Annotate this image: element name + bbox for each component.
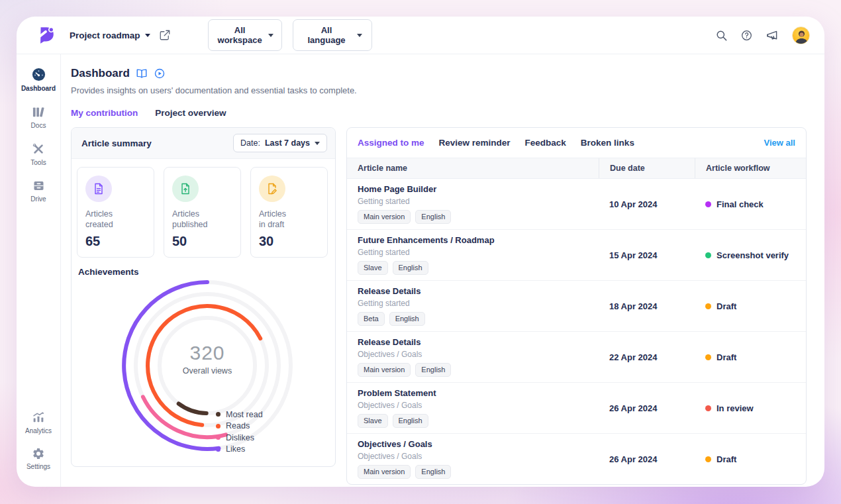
date-range-value: Last 7 days [265, 138, 310, 148]
language-selector[interactable]: All language [293, 19, 372, 51]
radial-chart-rings [77, 278, 330, 461]
search-icon [715, 29, 728, 42]
column-header-article-workflow: Article workflow [695, 158, 806, 178]
tag-chip: Slave [358, 261, 388, 275]
table-row[interactable]: Home Page Builder Getting started Main v… [347, 179, 806, 230]
workspace-selector[interactable]: All workspace [208, 19, 282, 51]
tasks-tab-broken-links[interactable]: Broken links [581, 138, 634, 148]
page-tabs: My contributionProject overview [71, 108, 807, 118]
table-row[interactable]: Future Enhancements / Roadmap Getting st… [347, 230, 806, 281]
legend-item-dislikes[interactable]: Dislikes [216, 432, 263, 444]
tag-chip: Main version [358, 210, 411, 224]
announcement-icon [766, 28, 779, 42]
docs-guide-button[interactable] [136, 68, 148, 79]
sidebar: DashboardDocsToolsDrive AnalyticsSetting… [17, 54, 61, 487]
analytics-icon [31, 410, 46, 425]
tab-project-overview[interactable]: Project overview [155, 108, 226, 118]
page-description: Provides insights on users' documentatio… [71, 85, 807, 95]
sidebar-item-analytics[interactable]: Analytics [17, 406, 60, 438]
article-category: Getting started [358, 299, 588, 308]
sidebar-item-docs[interactable]: Docs [17, 101, 60, 133]
chevron-down-icon [145, 34, 150, 37]
stat-label: Articlespublished [172, 209, 232, 230]
article-name: Future Enhancements / Roadmap [358, 235, 588, 246]
help-button[interactable] [740, 29, 753, 42]
legend-dot [216, 424, 221, 428]
article-tags: Main versionEnglish [358, 465, 588, 479]
article-name: Release Details [358, 286, 588, 297]
video-guide-button[interactable] [154, 68, 166, 79]
due-date: 26 Apr 2024 [599, 434, 695, 484]
workspace-selector-label: All workspace [218, 25, 262, 45]
tab-my-contribution[interactable]: My contribution [71, 108, 138, 118]
article-tags: Main versionEnglish [358, 210, 588, 224]
project-selector-label: Project roadmap [70, 30, 140, 40]
user-avatar[interactable] [792, 26, 810, 44]
sidebar-item-tools[interactable]: Tools [17, 138, 60, 170]
due-date: 18 Apr 2024 [599, 281, 695, 331]
app-window: Project roadmap All workspace All langua… [17, 17, 824, 487]
top-bar: Project roadmap All workspace All langua… [17, 17, 824, 54]
announcement-button[interactable] [766, 28, 779, 42]
chevron-down-icon [268, 34, 273, 37]
app-logo-icon [36, 25, 56, 45]
workflow-status: Final check [717, 199, 764, 209]
open-external-button[interactable] [159, 29, 171, 41]
legend-item-most-read[interactable]: Most read [216, 409, 263, 421]
tag-chip: Main version [358, 363, 411, 377]
tasks-tab-review-reminder[interactable]: Review reminder [439, 138, 511, 148]
sidebar-item-settings[interactable]: Settings [17, 443, 60, 474]
stat-label: Articlesin draft [259, 209, 319, 230]
legend-label: Most read [226, 410, 263, 419]
article-created-icon [85, 176, 112, 202]
stat-card-articles-in-draft: Articlesin draft30 [250, 167, 328, 258]
main-content: Dashboard Provides insights on users' do… [61, 54, 824, 487]
due-date: 26 Apr 2024 [599, 383, 695, 433]
legend-item-reads[interactable]: Reads [216, 421, 263, 432]
sidebar-item-drive[interactable]: Drive [17, 175, 60, 207]
legend-label: Dislikes [226, 433, 254, 442]
sidebar-item-dashboard[interactable]: Dashboard [17, 63, 60, 96]
search-button[interactable] [715, 29, 728, 42]
stat-value: 30 [259, 234, 319, 249]
achievements-chart: 320 Overall views Most readReadsDislikes… [77, 278, 330, 461]
sidebar-item-label: Drive [30, 195, 46, 203]
chart-legend: Most readReadsDislikesLikes [216, 409, 263, 455]
view-all-link[interactable]: View all [764, 138, 795, 148]
chevron-down-icon [357, 34, 362, 37]
table-row[interactable]: Problem Statement Objectives / Goals Sla… [347, 383, 806, 434]
dashboard-icon [31, 67, 46, 82]
ring-reads [148, 306, 260, 425]
tag-chip: Slave [358, 414, 388, 428]
project-selector[interactable]: Project roadmap [70, 30, 150, 40]
legend-label: Likes [226, 444, 245, 454]
article-name: Home Page Builder [358, 184, 588, 195]
stat-value: 50 [172, 234, 232, 249]
table-row[interactable]: Objectives / Goals Objectives / Goals Ma… [347, 434, 806, 484]
status-dot [705, 303, 711, 309]
legend-label: Reads [226, 421, 250, 430]
sidebar-item-label: Settings [26, 463, 50, 470]
table-header: Article nameDue dateArticle workflow [347, 158, 806, 179]
table-row[interactable]: Release Details Getting started BetaEngl… [347, 281, 806, 332]
status-dot [705, 405, 711, 411]
tasks-tab-assigned-to-me[interactable]: Assigned to me [358, 138, 424, 148]
tasks-tabs: Assigned to meReview reminderFeedbackBro… [347, 128, 806, 158]
stats-row: Articlescreated65Articlespublished50Arti… [77, 167, 330, 258]
workflow-status: In review [717, 403, 754, 413]
legend-dot [216, 412, 221, 417]
article-category: Objectives / Goals [358, 452, 588, 461]
date-range-selector[interactable]: Date: Last 7 days [233, 134, 327, 152]
article-tags: BetaEnglish [358, 312, 588, 326]
table-row[interactable]: Release Details Objectives / Goals Main … [347, 332, 806, 383]
stat-card-articles-published: Articlespublished50 [164, 167, 241, 258]
sidebar-item-label: Dashboard [21, 85, 56, 92]
article-name: Release Details [358, 337, 588, 348]
tasks-tab-feedback[interactable]: Feedback [525, 138, 566, 148]
legend-item-likes[interactable]: Likes [216, 444, 263, 456]
sidebar-item-label: Tools [30, 159, 46, 166]
topbar-actions [715, 26, 810, 44]
article-category: Objectives / Goals [358, 350, 588, 359]
tools-icon [31, 142, 46, 156]
article-name: Objectives / Goals [358, 439, 588, 450]
